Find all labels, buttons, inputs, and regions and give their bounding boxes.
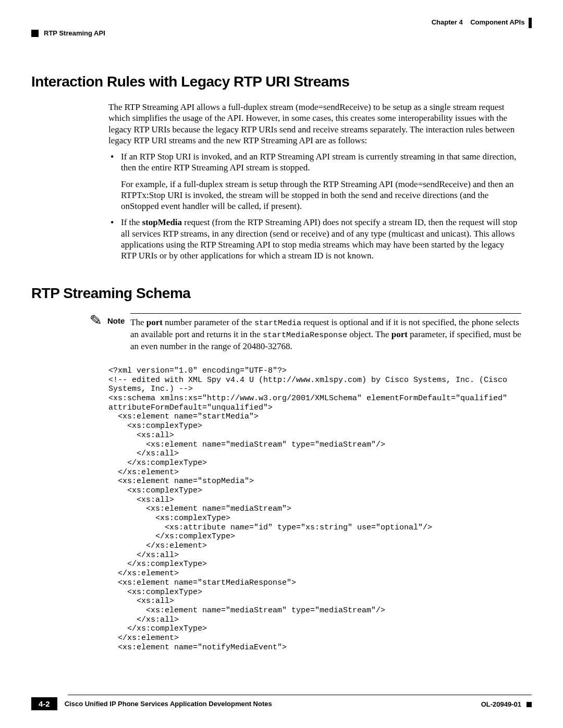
pencil-icon: ✎ [89, 313, 102, 328]
page-number-badge: 4-2 [31, 697, 57, 710]
section1-intro: The RTP Streaming API allows a full-dupl… [108, 102, 521, 146]
note-port1: port [146, 317, 163, 327]
note-block: ✎ Note The port number parameter of the … [83, 313, 521, 352]
schema-code-block: <?xml version="1.0" encoding="UTF-8"?> <… [108, 366, 521, 652]
page-footer: 4-2 Cisco Unified IP Phone Services Appl… [31, 695, 532, 710]
section1-body: The RTP Streaming API allows a full-dupl… [108, 102, 521, 261]
footer-rule [68, 695, 532, 695]
bullet2-pre: If the [121, 217, 142, 227]
footer-end-marker-icon [527, 702, 532, 707]
note-icon-wrap: ✎ [83, 313, 107, 328]
header-left-title: RTP Streaming API [44, 29, 105, 37]
note-c: number parameter of the [163, 317, 254, 327]
section-heading-schema: RTP Streaming Schema [31, 285, 532, 302]
bullet1-text-a: If an RTP Stop URI is invoked, and an RT… [121, 152, 516, 172]
header-end-marker [529, 18, 532, 28]
section-heading-interaction-rules: Interaction Rules with Legacy RTP URI St… [31, 73, 532, 90]
bullet-stopmedia: If the stopMedia request (from the RTP S… [108, 217, 521, 261]
note-text: The port number parameter of the startMe… [130, 317, 521, 352]
chapter-title: Component APIs [470, 18, 524, 26]
note-code2: startMediaResponse [263, 331, 347, 340]
note-body: The port number parameter of the startMe… [130, 313, 521, 352]
note-rule [130, 313, 521, 314]
header-left-row: RTP Streaming API [31, 29, 532, 37]
section1-bullets: If an RTP Stop URI is invoked, and an RT… [108, 151, 521, 261]
note-label: Note [107, 313, 130, 325]
header-right: Chapter 4 Component APIs [31, 18, 532, 28]
footer-doc-title: Cisco Unified IP Phone Services Applicat… [57, 700, 481, 708]
note-e: object. The [347, 329, 391, 339]
bullet-rtp-stop-uri: If an RTP Stop URI is invoked, and an RT… [108, 151, 521, 212]
section-marker-icon [31, 30, 39, 37]
note-a: The [130, 317, 146, 327]
note-port2: port [391, 329, 408, 339]
note-code1: startMedia [254, 319, 301, 328]
chapter-label: Chapter 4 [432, 18, 463, 26]
bullet1-text-b: For example, if a full-duplex stream is … [121, 179, 521, 212]
bullet2-bold: stopMedia [142, 217, 182, 227]
footer-doc-id: OL-20949-01 [481, 700, 521, 708]
